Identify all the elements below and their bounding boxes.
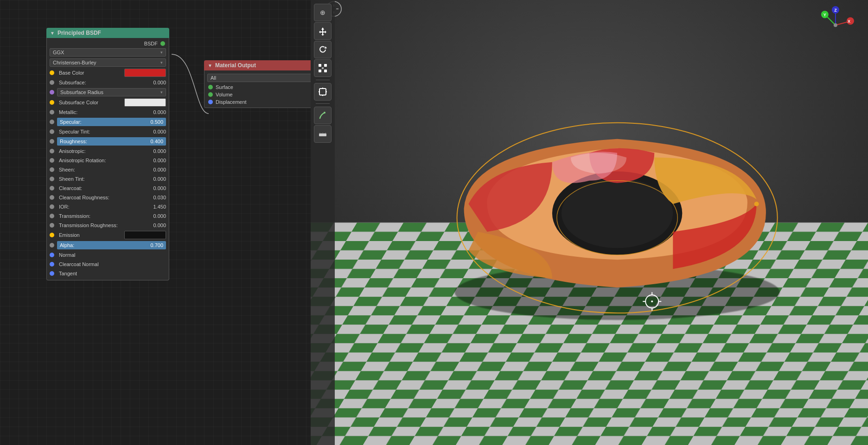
material-output-title: Material Output bbox=[215, 62, 256, 69]
base-color-swatch[interactable] bbox=[124, 69, 166, 77]
subsurface-radius-dropdown[interactable]: Subsurface Radius ▾ bbox=[57, 88, 166, 96]
cursor-tool-button[interactable]: ⊕ bbox=[314, 4, 332, 21]
prop-alpha: Alpha: 0.700 bbox=[47, 240, 169, 250]
bsdf-output-socket[interactable] bbox=[160, 41, 165, 46]
subsurface-color-socket[interactable] bbox=[50, 100, 54, 105]
annotate-tool-button[interactable] bbox=[314, 107, 332, 124]
specular-bar[interactable]: Specular: 0.500 bbox=[57, 118, 166, 126]
prop-anisotropic-rotation: Anisotropic Rotation: 0.000 bbox=[47, 156, 169, 165]
move-tool-button[interactable] bbox=[314, 22, 332, 40]
svg-rect-39 bbox=[324, 64, 327, 67]
alpha-bar[interactable]: Alpha: 0.700 bbox=[57, 241, 166, 249]
subsurface-radius-socket[interactable] bbox=[50, 90, 54, 95]
subsurface-socket[interactable] bbox=[50, 80, 54, 85]
metallic-label: Metallic: bbox=[57, 109, 143, 115]
displacement-socket[interactable] bbox=[208, 100, 213, 104]
material-all-row: All ▾ bbox=[204, 72, 324, 83]
prop-tangent: Tangent bbox=[47, 269, 169, 278]
bsdf-output-row: BSDF bbox=[47, 40, 169, 47]
subsurface-method-label: Christensen-Burley bbox=[53, 60, 96, 65]
specular-socket[interactable] bbox=[50, 120, 54, 124]
svg-point-20 bbox=[651, 300, 653, 302]
surface-socket[interactable] bbox=[208, 85, 213, 89]
clearcoat-label: Clearcoat: bbox=[57, 185, 143, 191]
mat-volume-row: Volume bbox=[204, 91, 324, 98]
specular-value: 0.500 bbox=[150, 119, 163, 125]
collapse-triangle-mat[interactable]: ▼ bbox=[208, 63, 212, 68]
subsurface-method-dropdown[interactable]: Christensen-Burley ▾ bbox=[50, 58, 166, 67]
material-output-header[interactable]: ▼ Material Output bbox=[204, 60, 325, 70]
mat-displacement-row: Displacement bbox=[204, 98, 324, 106]
subsurface-radius-arrow: ▾ bbox=[160, 90, 163, 95]
anisotropic-socket[interactable] bbox=[50, 149, 54, 153]
prop-anisotropic: Anisotropic: 0.000 bbox=[47, 146, 169, 156]
svg-rect-43 bbox=[319, 89, 326, 95]
displacement-label: Displacement bbox=[216, 99, 247, 105]
mat-surface-row: Surface bbox=[204, 83, 324, 91]
subsurface-color-swatch[interactable] bbox=[124, 98, 166, 107]
clearcoat-socket[interactable] bbox=[50, 186, 54, 191]
distribution-row: GGX ▾ bbox=[47, 47, 169, 57]
specular-label: Specular: bbox=[60, 119, 81, 125]
viewport-toolbar: ⊕ bbox=[311, 0, 335, 445]
tangent-socket[interactable] bbox=[50, 271, 54, 276]
roughness-bar[interactable]: Roughness: 0.400 bbox=[57, 137, 166, 146]
anisotropic-label: Anisotropic: bbox=[57, 148, 143, 154]
subsurface-label: Subsurface: bbox=[57, 80, 143, 85]
svg-rect-42 bbox=[322, 67, 324, 69]
prop-transmission: Transmission: 0.000 bbox=[47, 211, 169, 221]
viewport[interactable]: X Y Z ⊕ bbox=[311, 0, 868, 445]
prop-subsurface-color: Subsurface Color bbox=[47, 97, 169, 108]
clearcoat-normal-socket[interactable] bbox=[50, 262, 54, 267]
svg-rect-49 bbox=[319, 134, 326, 136]
svg-text:X: X bbox=[848, 19, 850, 24]
prop-normal: Normal bbox=[47, 250, 169, 260]
roughness-socket[interactable] bbox=[50, 139, 54, 144]
distribution-dropdown[interactable]: GGX ▾ bbox=[50, 48, 166, 57]
specular-tint-socket[interactable] bbox=[50, 129, 54, 134]
measure-tool-button[interactable] bbox=[314, 125, 332, 143]
svg-rect-38 bbox=[319, 64, 321, 67]
material-all-label: All bbox=[211, 75, 216, 81]
emission-socket[interactable] bbox=[50, 233, 54, 237]
prop-base-color: Base Color bbox=[47, 68, 169, 78]
scale-tool-button[interactable] bbox=[314, 59, 332, 77]
normal-socket[interactable] bbox=[50, 253, 54, 257]
volume-socket[interactable] bbox=[208, 92, 213, 97]
clearcoat-value: 0.000 bbox=[143, 185, 166, 191]
sheen-tint-socket[interactable] bbox=[50, 177, 54, 181]
prop-subsurface-radius: Subsurface Radius ▾ bbox=[47, 87, 169, 97]
material-all-dropdown[interactable]: All ▾ bbox=[207, 74, 321, 82]
ior-socket[interactable] bbox=[50, 204, 54, 209]
prop-subsurface: Subsurface: 0.000 bbox=[47, 78, 169, 87]
transmission-roughness-value: 0.000 bbox=[143, 222, 166, 228]
volume-label: Volume bbox=[216, 92, 233, 97]
metallic-socket[interactable] bbox=[50, 110, 54, 114]
rotate-tool-button[interactable] bbox=[314, 41, 332, 58]
alpha-socket[interactable] bbox=[50, 243, 54, 248]
base-color-socket[interactable] bbox=[50, 70, 54, 75]
prop-specular-tint: Specular Tint: 0.000 bbox=[47, 127, 169, 136]
svg-point-14 bbox=[754, 202, 759, 206]
sheen-label: Sheen: bbox=[57, 167, 143, 172]
principled-bsdf-title: Principled BSDF bbox=[57, 30, 101, 36]
principled-bsdf-header[interactable]: ▼ Principled BSDF bbox=[46, 28, 169, 38]
collapse-triangle[interactable]: ▼ bbox=[50, 31, 55, 36]
clearcoat-roughness-socket[interactable] bbox=[50, 195, 54, 200]
transform-tool-button[interactable] bbox=[314, 83, 332, 101]
tangent-label: Tangent bbox=[57, 271, 166, 276]
ior-value: 1.450 bbox=[143, 204, 166, 210]
prop-sheen-tint: Sheen Tint: 0.000 bbox=[47, 174, 169, 184]
sheen-socket[interactable] bbox=[50, 167, 54, 172]
emission-swatch[interactable] bbox=[124, 231, 166, 239]
transmission-roughness-socket[interactable] bbox=[50, 223, 54, 228]
transmission-socket[interactable] bbox=[50, 214, 54, 218]
svg-point-11 bbox=[562, 178, 673, 248]
toolbar-separator-1 bbox=[316, 80, 330, 80]
metallic-value: 0.000 bbox=[143, 109, 166, 115]
svg-text:Y: Y bbox=[823, 13, 826, 17]
prop-sheen: Sheen: 0.000 bbox=[47, 165, 169, 174]
anisotropic-rotation-socket[interactable] bbox=[50, 158, 54, 163]
subsurface-value: 0.000 bbox=[143, 80, 166, 85]
prop-clearcoat-normal: Clearcoat Normal bbox=[47, 260, 169, 269]
